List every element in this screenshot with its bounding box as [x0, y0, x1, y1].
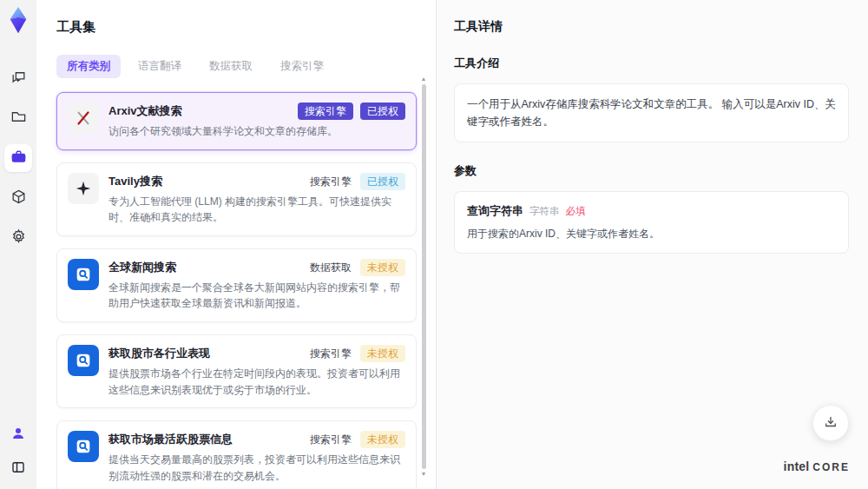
- sidebar-item-tools[interactable]: [4, 144, 32, 172]
- param-item: 查询字符串 字符串 必填 用于搜索的Arxiv ID、关键字或作者姓名。: [467, 203, 836, 241]
- param-name: 查询字符串: [467, 203, 523, 219]
- tool-icon: [68, 345, 99, 376]
- params-box: 查询字符串 字符串 必填 用于搜索的Arxiv ID、关键字或作者姓名。: [454, 191, 849, 254]
- blue-search-icon: [74, 437, 93, 456]
- download-icon: [823, 414, 838, 433]
- tool-name: 获取股市各行业表现: [108, 345, 308, 361]
- tool-icon: [68, 431, 99, 462]
- category-tag: 搜索引擎: [308, 173, 353, 190]
- app-logo-icon: [6, 7, 30, 33]
- briefcase-icon: [10, 149, 27, 168]
- status-badge: 未授权: [360, 431, 405, 448]
- sidebar-item-settings[interactable]: [4, 224, 32, 252]
- sidebar: [0, 0, 36, 489]
- intel-core-logo: intel CORE: [784, 459, 850, 473]
- tool-card[interactable]: Arxiv文献搜索 搜索引擎 已授权 访问各个研究领域大量科学论文和文章的存储库…: [56, 92, 417, 150]
- tool-card[interactable]: 获取股市各行业表现 搜索引擎 未授权 提供股票市场各个行业在特定时间段内的表现。…: [56, 334, 417, 408]
- blue-search-icon: [74, 351, 93, 370]
- status-badge: 未授权: [360, 259, 405, 276]
- tool-name: 获取市场最活跃股票信息: [108, 431, 308, 447]
- category-tag: 搜索引擎: [308, 345, 353, 362]
- tool-icon: [68, 259, 99, 290]
- tool-name: Arxiv文献搜索: [108, 102, 298, 119]
- intel-wordmark: intel: [784, 459, 810, 473]
- category-tab[interactable]: 搜索引擎: [270, 55, 334, 78]
- sidebar-bottom: [6, 421, 30, 480]
- tool-name: Tavily搜索: [108, 173, 308, 189]
- param-type: 字符串: [529, 205, 560, 218]
- tool-description: 全球新闻搜索是一个聚合全球各大新闻网站内容的搜索引擎，帮助用户快速获取全球最新资…: [108, 280, 405, 312]
- tool-icon: [68, 102, 99, 134]
- intro-text: 一个用于从Arxiv存储库搜索科学论文和文章的工具。 输入可以是Arxiv ID…: [467, 96, 836, 130]
- param-description: 用于搜索的Arxiv ID、关键字或作者姓名。: [467, 227, 836, 241]
- download-button[interactable]: [812, 405, 849, 441]
- tool-card[interactable]: 获取市场最活跃股票信息 搜索引擎 未授权 提供当天交易量最高的股票列表，投资者可…: [56, 420, 417, 489]
- scrollbar-thumb[interactable]: [422, 84, 426, 469]
- tool-name: 全球新闻搜索: [108, 259, 308, 275]
- status-badge: 未授权: [360, 345, 405, 362]
- category-tabs: 所有类别 语言翻译 数据获取 搜索引擎: [56, 55, 436, 78]
- folder-icon: [10, 109, 27, 128]
- scroll-up-icon[interactable]: ▲: [421, 76, 427, 82]
- user-avatar[interactable]: [6, 421, 30, 446]
- tool-icon: [68, 173, 99, 204]
- tools-list: Arxiv文献搜索 搜索引擎 已授权 访问各个研究领域大量科学论文和文章的存储库…: [56, 92, 417, 489]
- sidebar-item-files[interactable]: [4, 104, 32, 132]
- status-badge: 已授权: [360, 173, 405, 190]
- cube-icon: [10, 188, 27, 208]
- tool-description: 访问各个研究领域大量科学论文和文章的存储库。: [108, 123, 405, 140]
- category-tab[interactable]: 数据获取: [199, 55, 263, 78]
- category-tag: 数据获取: [308, 259, 353, 276]
- tool-description: 专为人工智能代理 (LLM) 构建的搜索引擎工具。可快速提供实时、准确和真实的结…: [108, 194, 405, 226]
- tool-description: 提供当天交易量最高的股票列表，投资者可以利用这些信息来识别流动性强的股票和潜在的…: [108, 452, 405, 484]
- chat-icon: [10, 69, 27, 88]
- panel-toggle-icon: [10, 459, 26, 478]
- category-tag: 搜索引擎: [308, 431, 353, 448]
- params-heading: 参数: [454, 163, 849, 179]
- scrollbar[interactable]: ▲ ▼: [419, 76, 428, 477]
- tool-detail-panel: 工具详情 工具介绍 一个用于从Arxiv存储库搜索科学论文和文章的工具。 输入可…: [436, 0, 868, 489]
- gear-icon: [10, 228, 27, 248]
- blue-search-icon: [74, 265, 93, 284]
- tool-description: 提供股票市场各个行业在特定时间段内的表现。投资者可以利用这些信息来识别表现优于或…: [108, 366, 405, 398]
- param-required-badge: 必填: [566, 205, 586, 218]
- sidebar-item-packages[interactable]: [4, 184, 32, 212]
- scroll-down-icon[interactable]: ▼: [421, 472, 427, 477]
- sidebar-nav: [4, 64, 32, 252]
- category-tag: 搜索引擎: [298, 102, 353, 120]
- core-wordmark: CORE: [812, 461, 850, 473]
- tavily-sparkle-icon: [74, 179, 93, 198]
- tools-list-panel: 工具集 所有类别 语言翻译 数据获取 搜索引擎: [36, 0, 436, 489]
- app-window: 工具集 所有类别 语言翻译 数据获取 搜索引擎: [0, 0, 868, 489]
- collapse-panel-button[interactable]: [6, 456, 30, 480]
- detail-title: 工具详情: [454, 19, 849, 35]
- category-tab[interactable]: 语言翻译: [128, 55, 192, 78]
- page-title: 工具集: [56, 19, 436, 36]
- tool-card[interactable]: 全球新闻搜索 数据获取 未授权 全球新闻搜索是一个聚合全球各大新闻网站内容的搜索…: [56, 248, 417, 322]
- sidebar-item-chat[interactable]: [4, 64, 32, 92]
- status-badge: 已授权: [360, 102, 405, 120]
- category-tab[interactable]: 所有类别: [56, 55, 121, 78]
- arxiv-logo-icon: [74, 109, 93, 128]
- intro-box: 一个用于从Arxiv存储库搜索科学论文和文章的工具。 输入可以是Arxiv ID…: [454, 83, 849, 142]
- intro-heading: 工具介绍: [454, 56, 849, 71]
- tool-card[interactable]: Tavily搜索 搜索引擎 已授权 专为人工智能代理 (LLM) 构建的搜索引擎…: [56, 162, 417, 236]
